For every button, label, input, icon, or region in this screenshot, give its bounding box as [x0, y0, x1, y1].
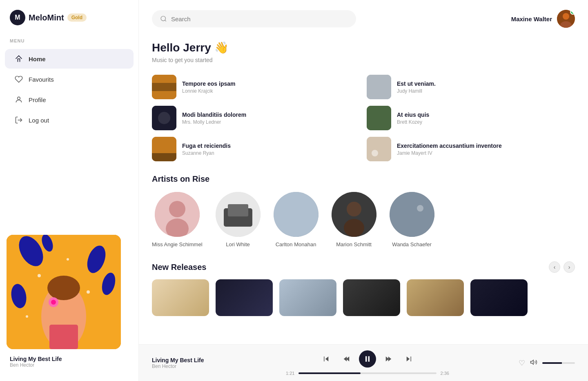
song-item[interactable]: Tempore eos ipsam Lonnie Krajcik — [152, 75, 360, 99]
player-artist: Ben Hector — [152, 363, 234, 369]
sidebar-item-home[interactable]: Home — [5, 49, 134, 69]
plan-badge: Gold — [67, 13, 87, 22]
svg-point-43 — [417, 205, 423, 212]
svg-point-10 — [87, 290, 90, 294]
artist-item[interactable]: Wanda Schaefer — [390, 192, 434, 248]
song-item[interactable]: Exercitationem accusantium inventore Jam… — [367, 137, 575, 161]
svg-rect-30 — [367, 137, 391, 161]
song-artist: Brett Kozey — [397, 119, 429, 125]
song-title: Exercitationem accusantium inventore — [397, 143, 502, 149]
artist-name: Marion Schmitt — [336, 241, 372, 248]
player-bar: Living My Best Life Ben Hector — [139, 344, 588, 381]
sidebar-item-profile[interactable]: Profile — [5, 90, 134, 109]
song-artist: Judy Hamill — [397, 88, 436, 94]
nav-arrows: ‹ › — [549, 261, 575, 273]
song-thumb — [367, 75, 391, 99]
menu-label: MENU — [0, 38, 138, 48]
user-avatar[interactable] — [557, 10, 575, 28]
release-card[interactable] — [216, 279, 273, 316]
artist-avatar — [155, 192, 200, 237]
release-card[interactable] — [407, 279, 464, 316]
next-arrow[interactable]: › — [564, 261, 575, 273]
release-card[interactable] — [152, 279, 209, 316]
control-buttons — [320, 350, 415, 368]
volume-icon — [530, 359, 537, 368]
main-content: Maxine Walter Hello Jerry 👋 Music to get… — [139, 0, 588, 344]
svg-point-38 — [274, 192, 318, 237]
forward-button[interactable] — [383, 352, 396, 365]
svg-point-20 — [563, 13, 569, 20]
svg-point-18 — [161, 16, 165, 21]
logout-icon — [15, 116, 23, 124]
new-releases-title: New Releases — [152, 263, 206, 272]
rewind-button[interactable] — [339, 352, 352, 365]
notification-dot — [570, 10, 575, 15]
user-icon — [15, 96, 23, 104]
svg-rect-15 — [49, 325, 78, 349]
home-label: Home — [29, 56, 46, 62]
svg-point-31 — [372, 150, 378, 156]
top-header: Maxine Walter — [152, 10, 575, 28]
song-item[interactable]: Fuga et reiciendis Suzanne Ryan — [152, 137, 360, 161]
np-artist-name: Ben Hector — [10, 362, 129, 368]
pause-button[interactable] — [359, 350, 376, 368]
player-controls: 1:21 2:36 — [242, 350, 493, 376]
volume-track[interactable] — [542, 362, 575, 364]
svg-rect-37 — [228, 204, 248, 216]
sidebar: M MeloMint Gold MENU Home Fav — [0, 0, 139, 381]
svg-point-42 — [390, 192, 434, 237]
progress-track[interactable] — [298, 372, 436, 374]
greeting-subtitle: Music to get you started — [152, 57, 575, 63]
favourits-label: Favourits — [29, 76, 54, 83]
song-thumb — [152, 137, 176, 161]
release-card[interactable] — [470, 279, 528, 316]
svg-rect-29 — [152, 153, 176, 161]
song-info: At eius quis Brett Kozey — [397, 111, 429, 125]
svg-point-33 — [169, 201, 185, 217]
song-title: Tempore eos ipsam — [182, 80, 235, 87]
artists-row: Miss Angie Schimmel Lori White Carlton M… — [152, 192, 575, 248]
np-song-title: Living My Best Life — [10, 356, 129, 362]
profile-label: Profile — [29, 96, 46, 103]
svg-marker-52 — [407, 356, 410, 361]
artist-name: Wanda Schaefer — [392, 241, 431, 248]
song-item[interactable]: Est ut veniam. Judy Hamill — [367, 75, 575, 99]
svg-point-26 — [158, 112, 170, 124]
song-thumb — [367, 106, 391, 130]
artist-name: Lori White — [226, 241, 250, 248]
search-container[interactable] — [152, 10, 356, 27]
sidebar-item-favourits[interactable]: Favourits — [5, 69, 134, 89]
progress-fill — [298, 372, 361, 374]
player-right: ♡ — [501, 359, 575, 368]
sidebar-item-logout[interactable]: Log out — [5, 110, 134, 130]
artist-item[interactable]: Marion Schmitt — [332, 192, 376, 248]
svg-point-14 — [47, 276, 80, 300]
songs-grid: Tempore eos ipsam Lonnie Krajcik Est ut … — [152, 75, 575, 161]
artist-item[interactable]: Miss Angie Schimmel — [152, 192, 203, 248]
like-button[interactable]: ♡ — [519, 359, 525, 368]
main-nav: Home Favourits Profile — [0, 48, 138, 131]
song-artist: Mrs. Molly Ledner — [182, 119, 246, 125]
release-card[interactable] — [343, 279, 400, 316]
song-item[interactable]: Modi blanditiis dolorem Mrs. Molly Ledne… — [152, 106, 360, 130]
skip-forward-button[interactable] — [402, 352, 415, 365]
song-item[interactable]: At eius quis Brett Kozey — [367, 106, 575, 130]
artist-avatar — [274, 192, 318, 237]
release-card[interactable] — [279, 279, 336, 316]
song-title: At eius quis — [397, 111, 429, 118]
song-info: Est ut veniam. Judy Hamill — [397, 80, 436, 94]
releases-row — [152, 279, 575, 316]
svg-point-41 — [344, 219, 364, 237]
svg-point-17 — [51, 300, 56, 305]
album-art — [7, 235, 121, 349]
artist-item[interactable]: Lori White — [216, 192, 261, 248]
greeting-text: Hello Jerry 👋 — [152, 41, 575, 54]
search-input[interactable] — [171, 16, 348, 22]
song-info: Modi blanditiis dolorem Mrs. Molly Ledne… — [182, 111, 246, 125]
song-artist: Suzanne Ryan — [182, 150, 231, 156]
artist-avatar — [216, 192, 261, 237]
artist-item[interactable]: Carlton Monahan — [274, 192, 318, 248]
now-playing-section: Living My Best Life Ben Hector — [152, 357, 234, 369]
skip-back-button[interactable] — [320, 352, 333, 365]
prev-arrow[interactable]: ‹ — [549, 261, 560, 273]
